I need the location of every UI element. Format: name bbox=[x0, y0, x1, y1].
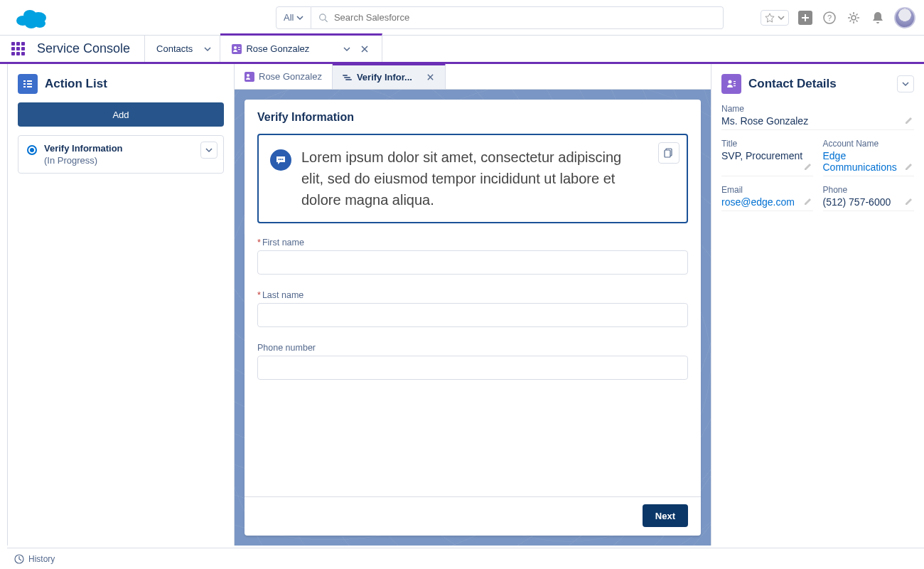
nav-tab-label: Rose Gonzalez bbox=[246, 43, 309, 54]
action-list-title: Action List bbox=[45, 77, 107, 91]
gear-icon bbox=[847, 11, 861, 25]
favorites-button[interactable] bbox=[761, 10, 789, 26]
svg-point-25 bbox=[282, 159, 284, 160]
search-input[interactable] bbox=[334, 12, 716, 23]
history-label: History bbox=[28, 554, 55, 564]
svg-point-28 bbox=[729, 80, 732, 84]
contact-details-title: Contact Details bbox=[748, 77, 837, 91]
question-icon: ? bbox=[822, 11, 837, 25]
contact-icon bbox=[232, 44, 242, 54]
global-header: All ? bbox=[0, 0, 924, 36]
nav-tab-menu[interactable] bbox=[198, 41, 215, 58]
verify-card: Verify Information Lorem ipsum dolor sit… bbox=[245, 100, 701, 536]
search-box bbox=[311, 6, 724, 29]
action-item-body: Verify Information (In Progress) bbox=[44, 143, 123, 166]
detail-label: Phone bbox=[823, 185, 915, 195]
svg-rect-19 bbox=[23, 86, 26, 87]
svg-point-5 bbox=[320, 14, 326, 19]
last-name-field: *Last name bbox=[257, 290, 688, 327]
chevron-down-icon bbox=[343, 46, 350, 53]
svg-rect-14 bbox=[238, 49, 240, 50]
nav-tab-label: Contacts bbox=[156, 43, 193, 54]
detail-value: Ms. Rose Gonzalez bbox=[721, 115, 914, 127]
phone-input[interactable] bbox=[257, 356, 688, 380]
history-utility[interactable]: History bbox=[14, 554, 55, 564]
add-action-button[interactable]: Add bbox=[18, 102, 224, 127]
close-tab-button[interactable] bbox=[360, 45, 370, 53]
details-menu-button[interactable] bbox=[897, 75, 914, 92]
svg-line-6 bbox=[326, 19, 328, 21]
card-footer: Next bbox=[245, 496, 701, 527]
verify-heading: Verify Information bbox=[257, 111, 688, 124]
search-scope-label: All bbox=[284, 12, 294, 23]
svg-point-4 bbox=[34, 19, 45, 28]
workspace: Action List Add Verify Information (In P… bbox=[0, 64, 924, 546]
detail-label: Name bbox=[721, 104, 914, 114]
action-item-title: Verify Information bbox=[44, 143, 123, 154]
detail-label: Email bbox=[721, 185, 813, 195]
action-item-menu-button[interactable] bbox=[200, 142, 217, 159]
action-list-panel: Action List Add Verify Information (In P… bbox=[7, 64, 235, 546]
app-launcher-button[interactable] bbox=[9, 36, 27, 62]
edit-button[interactable] bbox=[904, 161, 914, 171]
info-box: Lorem ipsum dolor sit amet, consectetur … bbox=[257, 134, 688, 223]
subtab-record[interactable]: Rose Gonzalez bbox=[235, 64, 333, 89]
contact-icon bbox=[245, 72, 254, 82]
detail-label: Title bbox=[721, 139, 813, 149]
action-item[interactable]: Verify Information (In Progress) bbox=[18, 135, 224, 174]
help-button[interactable]: ? bbox=[822, 10, 837, 26]
last-name-input[interactable] bbox=[257, 303, 688, 327]
nav-tab-record[interactable]: Rose Gonzalez bbox=[220, 33, 382, 62]
waffle-icon bbox=[11, 42, 25, 55]
clock-icon bbox=[14, 554, 24, 564]
nav-tab-contacts[interactable]: Contacts bbox=[145, 36, 220, 62]
svg-rect-16 bbox=[27, 80, 32, 82]
add-button[interactable] bbox=[797, 10, 813, 26]
copy-icon bbox=[664, 148, 674, 158]
detail-value-link[interactable]: rose@edge.com bbox=[721, 196, 813, 208]
notifications-button[interactable] bbox=[870, 10, 886, 26]
edit-button[interactable] bbox=[904, 115, 914, 125]
user-avatar[interactable] bbox=[894, 7, 915, 28]
edit-button[interactable] bbox=[904, 196, 914, 206]
radio-selected-icon bbox=[27, 145, 37, 155]
pencil-icon bbox=[904, 196, 914, 206]
svg-rect-18 bbox=[27, 83, 32, 85]
detail-label: Account Name bbox=[823, 139, 915, 149]
action-list-icon bbox=[18, 74, 38, 94]
detail-value-link[interactable]: Edge Communications bbox=[823, 150, 915, 173]
svg-rect-31 bbox=[734, 85, 736, 86]
utility-bar: History bbox=[7, 548, 924, 569]
app-name: Service Console bbox=[27, 36, 145, 62]
copy-button[interactable] bbox=[658, 142, 679, 164]
flow-icon bbox=[343, 73, 353, 83]
svg-text:?: ? bbox=[827, 14, 832, 22]
subtab-label: Verify Infor... bbox=[357, 72, 412, 83]
nav-tab-menu[interactable] bbox=[338, 41, 355, 58]
pencil-icon bbox=[904, 115, 914, 125]
first-name-input[interactable] bbox=[257, 250, 688, 275]
subtab-verify[interactable]: Verify Infor... bbox=[333, 63, 446, 89]
subtab-bar: Rose Gonzalez Verify Infor... bbox=[235, 64, 711, 90]
nav-bar: Service Console Contacts Rose Gonzalez bbox=[0, 36, 924, 64]
first-name-field: *First name bbox=[257, 238, 688, 275]
chevron-down-icon bbox=[205, 147, 213, 154]
detail-row: Email rose@edge.com Phone (512) 757-6000 bbox=[721, 185, 914, 220]
pencil-icon bbox=[904, 161, 914, 171]
detail-value: (512) 757-6000 bbox=[823, 196, 915, 208]
svg-point-22 bbox=[247, 74, 249, 77]
edit-button[interactable] bbox=[803, 196, 813, 206]
action-item-status: (In Progress) bbox=[44, 155, 123, 166]
chevron-down-icon bbox=[296, 14, 303, 21]
next-button[interactable]: Next bbox=[643, 504, 688, 527]
header-actions: ? bbox=[761, 7, 915, 28]
edit-button[interactable] bbox=[803, 161, 813, 171]
close-subtab-button[interactable] bbox=[426, 73, 435, 81]
detail-value: SVP, Procurement bbox=[721, 150, 813, 161]
svg-rect-30 bbox=[734, 83, 736, 84]
search-scope-button[interactable]: All bbox=[276, 6, 311, 29]
first-name-label: *First name bbox=[257, 238, 688, 248]
main-content: Rose Gonzalez Verify Infor... Verify Inf… bbox=[235, 64, 711, 546]
setup-button[interactable] bbox=[846, 10, 861, 26]
contact-details-header: Contact Details bbox=[721, 74, 914, 94]
